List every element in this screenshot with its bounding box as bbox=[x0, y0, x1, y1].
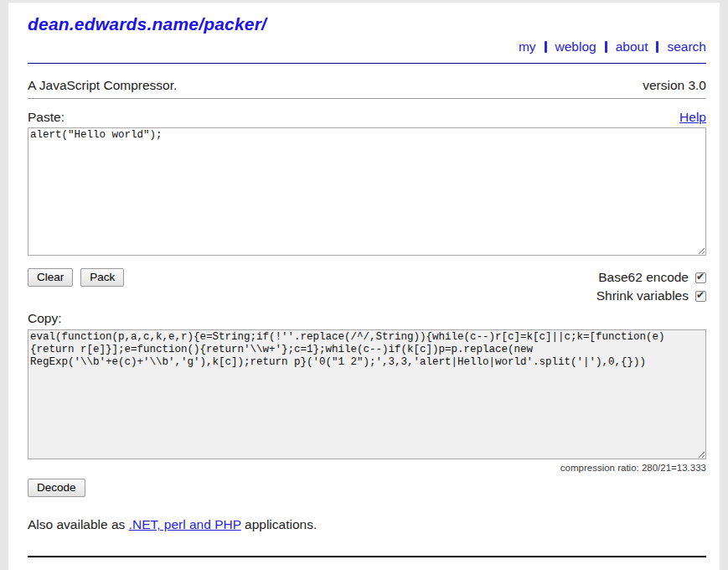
paste-label: Paste: bbox=[28, 110, 65, 125]
shrink-label: Shrink variables bbox=[596, 288, 689, 303]
also-prefix: Also available as bbox=[28, 517, 129, 531]
decode-row: Decode bbox=[28, 479, 706, 497]
nav-link-my[interactable]: my bbox=[519, 39, 536, 54]
app-description: A JavaScript Compressor. bbox=[28, 78, 177, 93]
pack-button[interactable]: Pack bbox=[80, 268, 124, 287]
option-shrink: Shrink variables bbox=[596, 287, 706, 305]
version-label: version 3.0 bbox=[643, 78, 706, 93]
base62-checkbox[interactable] bbox=[695, 272, 706, 283]
also-available-line: Also available as .NET, perl and PHP app… bbox=[28, 517, 706, 532]
subheader: A JavaScript Compressor. version 3.0 bbox=[28, 78, 706, 99]
nav-link-search[interactable]: search bbox=[667, 39, 706, 54]
decode-button[interactable]: Decode bbox=[28, 479, 85, 497]
ports-link[interactable]: .NET, perl and PHP bbox=[129, 517, 241, 531]
nav-separator bbox=[656, 41, 658, 53]
shrink-checkbox[interactable] bbox=[695, 291, 706, 302]
copyright-text: Copyright © 2004-2018 Dean Edwards. All … bbox=[28, 557, 706, 570]
clear-button[interactable]: Clear bbox=[28, 268, 73, 287]
compression-ratio: compression ratio: 280/21=13.333 bbox=[28, 463, 706, 473]
copy-textarea[interactable]: eval(function(p,a,c,k,e,r){e=String;if(!… bbox=[28, 329, 706, 459]
page-container: dean.edwards.name/packer/ myweblogabouts… bbox=[8, 3, 720, 570]
nav-link-about[interactable]: about bbox=[616, 39, 648, 54]
page-title: dean.edwards.name/packer/ bbox=[28, 14, 706, 34]
options-group: Base62 encode Shrink variables bbox=[596, 268, 706, 305]
copy-label: Copy: bbox=[28, 311, 706, 326]
base62-label: Base62 encode bbox=[598, 270, 689, 284]
paste-textarea[interactable]: alert("Hello world"); bbox=[28, 127, 706, 256]
nav-link-weblog[interactable]: weblog bbox=[555, 39, 596, 54]
help-link[interactable]: Help bbox=[679, 110, 706, 125]
nav-separator bbox=[545, 41, 547, 53]
paste-header-row: Paste: Help bbox=[28, 110, 706, 125]
button-group: Clear Pack bbox=[28, 268, 124, 287]
controls-row: Clear Pack Base62 encode Shrink variable… bbox=[28, 268, 706, 305]
option-base62: Base62 encode bbox=[596, 268, 706, 287]
top-nav: myweblogaboutsearch bbox=[28, 39, 706, 64]
nav-separator bbox=[605, 41, 607, 53]
also-suffix: applications. bbox=[241, 517, 317, 531]
